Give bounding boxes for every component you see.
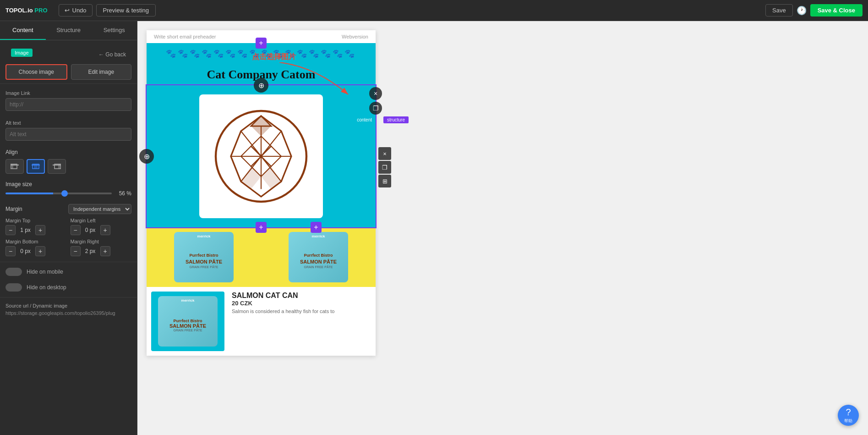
content-badge: content: [353, 116, 376, 123]
margin-bottom-plus[interactable]: +: [35, 246, 45, 256]
margin-top-value: 1 px: [17, 227, 33, 233]
alt-text-label: Alt text: [5, 120, 131, 126]
undo-button[interactable]: ↩ Undo: [59, 4, 93, 17]
margin-section: Margin Independent margins Margin Top − …: [0, 200, 137, 260]
right-close-btn[interactable]: ×: [378, 147, 391, 160]
close-button[interactable]: ×: [369, 87, 382, 100]
tab-structure[interactable]: Structure: [46, 21, 92, 40]
margin-right-value: 2 px: [82, 248, 98, 254]
source-url-label: Source url / Dynamic image: [5, 303, 131, 308]
image-badge: Image: [11, 49, 33, 57]
margin-left-item: Margin Left − 0 px +: [71, 218, 132, 235]
products-row: merrick Purrfect Bistro SALMON PÂTE GRAI…: [147, 227, 376, 287]
canvas-inner: 点击选择图片: [137, 21, 868, 435]
image-block[interactable]: ⊕ ⊕ × ❐: [147, 85, 376, 227]
image-link-input[interactable]: [5, 98, 131, 111]
go-back-button[interactable]: ← Go back: [98, 51, 126, 58]
hide-desktop-row: Hide on desktop: [0, 280, 137, 295]
svg-rect-8: [58, 164, 61, 169]
hide-mobile-toggle[interactable]: [5, 268, 22, 276]
hide-mobile-row: Hide on mobile: [0, 264, 137, 280]
undo-icon: ↩: [65, 7, 70, 14]
margin-left-value: 0 px: [82, 227, 98, 233]
source-url-section: Source url / Dynamic image https://stora…: [0, 299, 137, 319]
margin-right-item: Margin Right − 2 px +: [71, 239, 132, 256]
align-label: Align: [5, 149, 131, 155]
svg-rect-5: [34, 164, 38, 169]
margin-top-item: Margin Top − 1 px +: [5, 218, 67, 235]
svg-marker-17: [251, 116, 271, 136]
help-icon: ?: [846, 407, 851, 418]
top-plus-button[interactable]: +: [256, 38, 267, 49]
hide-mobile-label: Hide on mobile: [27, 269, 63, 275]
align-section: Align: [0, 145, 137, 177]
choose-image-button[interactable]: Choose image: [5, 64, 67, 80]
canvas-area: 点击选择图片: [137, 21, 868, 435]
hide-desktop-toggle[interactable]: [5, 283, 22, 292]
image-size-slider[interactable]: [5, 193, 112, 194]
topbar-left: TOPOL.io PRO ↩ Undo Preview & testing: [5, 4, 156, 17]
structure-badge-container: structure: [383, 115, 409, 123]
edit-image-button[interactable]: Edit image: [71, 64, 132, 80]
alt-text-input[interactable]: [5, 128, 131, 141]
svg-marker-23: [261, 166, 281, 189]
margin-right-plus[interactable]: +: [100, 246, 110, 256]
help-button[interactable]: ? 帮助: [838, 405, 859, 426]
margin-bottom-minus[interactable]: −: [5, 246, 16, 256]
copy-button[interactable]: ❐: [369, 102, 382, 115]
image-size-label: Image size: [5, 181, 131, 187]
margin-bottom-value: 0 px: [17, 248, 33, 254]
sidebar-tabs: Content Structure Settings: [0, 21, 137, 40]
main-layout: Content Structure Settings Image ← Go ba…: [0, 21, 868, 435]
bottom-product-desc: Salmon is considered a healthy fish for …: [232, 308, 371, 314]
paw-row: 🐾🐾🐾🐾🐾🐾🐾🐾🐾🐾🐾🐾🐾🐾🐾🐾: [147, 49, 376, 59]
product2-name: SALMON PÂTE: [300, 259, 337, 265]
margin-bottom-item: Margin Bottom − 0 px +: [5, 239, 67, 256]
right-action-btn[interactable]: ⊞: [378, 175, 391, 187]
alt-text-section: Alt text: [0, 116, 137, 145]
svg-marker-22: [241, 166, 261, 189]
margin-type-select[interactable]: Independent margins: [68, 204, 131, 214]
image-link-section: Image Link: [0, 86, 137, 116]
right-copy-btn[interactable]: ❐: [378, 161, 391, 174]
bottom-plus-button[interactable]: +: [256, 222, 267, 233]
margin-top-minus[interactable]: −: [5, 225, 16, 235]
source-url-value: https://storage.googleapis.com/topolio26…: [5, 310, 131, 316]
align-buttons: [5, 159, 131, 174]
topbar-right: Save 🕐 Save & Close: [765, 4, 863, 17]
brand-logo: TOPOL.io PRO: [5, 7, 48, 14]
product-can-2: merrick Purrfect Bistro SALMON PÂTE GRAI…: [289, 232, 348, 282]
margin-left-minus[interactable]: −: [71, 225, 81, 235]
margin-top-plus[interactable]: +: [35, 225, 45, 235]
product-card-1: merrick Purrfect Bistro SALMON PÂTE GRAI…: [147, 227, 261, 287]
bottom-right-plus-button[interactable]: +: [311, 222, 322, 233]
topbar: TOPOL.io PRO ↩ Undo Preview & testing Sa…: [0, 0, 868, 21]
right-side-buttons: × ❐ ⊞: [378, 147, 391, 187]
product1-name: SALMON PÂTE: [186, 259, 222, 265]
structure-badge: structure: [383, 116, 409, 123]
align-center-button[interactable]: [27, 159, 45, 174]
image-actions-row: Choose image Edit image: [5, 64, 131, 80]
history-icon[interactable]: 🕐: [797, 6, 807, 16]
content-badge-container: content: [353, 115, 376, 123]
preview-button[interactable]: Preview & testing: [96, 4, 156, 17]
product-can-1: merrick Purrfect Bistro SALMON PÂTE GRAI…: [174, 232, 234, 282]
bottom-product-section: merrick Purrfect Bistro SALMON PÂTE GRAI…: [147, 287, 376, 356]
align-right-button[interactable]: [48, 159, 66, 174]
product-info: SALMON CAT CAN 20 CZK Salmon is consider…: [224, 292, 371, 351]
preheader-text: Write short email preheader: [154, 34, 216, 39]
align-left-button[interactable]: [5, 159, 24, 174]
margin-right-minus[interactable]: −: [71, 246, 81, 256]
center-move-handle[interactable]: ⊕: [254, 78, 268, 93]
margin-left-plus[interactable]: +: [100, 225, 110, 235]
image-size-value: 56 %: [115, 190, 131, 197]
webversion-link[interactable]: Webversion: [342, 34, 368, 39]
save-close-button[interactable]: Save & Close: [810, 4, 863, 17]
left-move-handle[interactable]: ⊕: [139, 149, 154, 164]
save-button[interactable]: Save: [765, 4, 793, 17]
tab-settings[interactable]: Settings: [91, 21, 137, 40]
cat-logo-image[interactable]: [199, 94, 323, 218]
tab-content[interactable]: Content: [0, 21, 46, 40]
sidebar: Content Structure Settings Image ← Go ba…: [0, 21, 137, 435]
email-wrapper: Write short email preheader Webversion +…: [147, 30, 376, 356]
